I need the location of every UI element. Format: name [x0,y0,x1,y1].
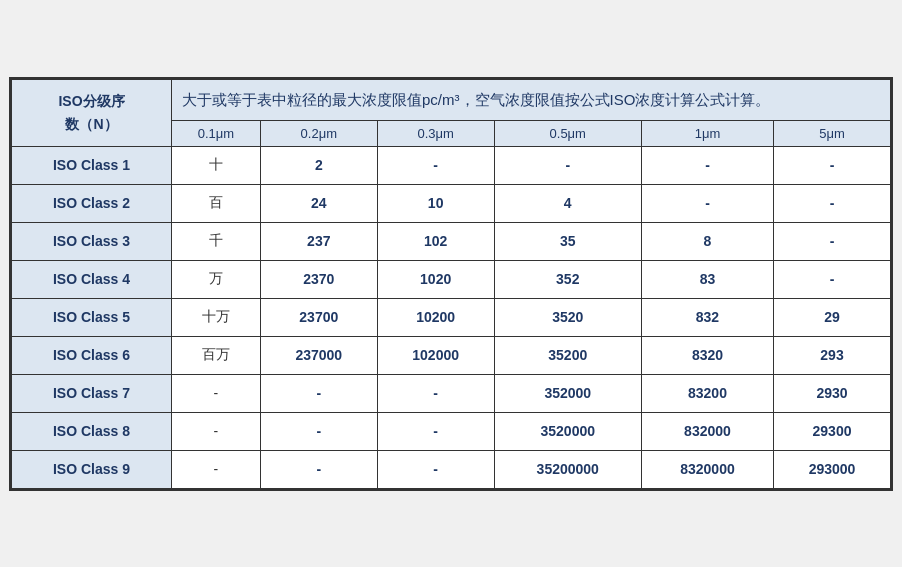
description-header: 大于或等于表中粒径的最大浓度限值pc/m³，空气浓度限值按公式ISO浓度计算公式… [172,79,891,120]
iso-class-label: ISO Class 4 [12,260,172,298]
data-cell: 1020 [377,260,494,298]
data-cell: 8 [641,222,773,260]
data-cell: 352000 [494,374,641,412]
iso-class-label: ISO Class 6 [12,336,172,374]
chinese-label: 十 [172,146,261,184]
particle-size-header: 0.3μm [377,120,494,146]
table-row: ISO Class 6百万237000102000352008320293 [12,336,891,374]
data-cell: 29300 [774,412,891,450]
iso-class-label: ISO Class 5 [12,298,172,336]
data-cell: 8320000 [641,450,773,488]
iso-class-label: ISO Class 8 [12,412,172,450]
chinese-label: 万 [172,260,261,298]
table-row: ISO Class 2百24104-- [12,184,891,222]
table-row: ISO Class 3千237102358- [12,222,891,260]
chinese-label: 千 [172,222,261,260]
data-cell: - [774,146,891,184]
data-cell: - [377,146,494,184]
data-cell: 3520 [494,298,641,336]
data-cell: 102000 [377,336,494,374]
table-container: ISO分级序 数（N） 大于或等于表中粒径的最大浓度限值pc/m³，空气浓度限值… [9,77,893,491]
particle-size-header: 0.2μm [260,120,377,146]
data-cell: - [377,374,494,412]
chinese-label: 百 [172,184,261,222]
iso-class-label: ISO Class 7 [12,374,172,412]
table-row: ISO Class 9---352000008320000293000 [12,450,891,488]
data-cell: - [774,260,891,298]
table-row: ISO Class 8---352000083200029300 [12,412,891,450]
iso-class-label: ISO Class 2 [12,184,172,222]
chinese-label: - [172,450,261,488]
data-cell: 23700 [260,298,377,336]
data-cell: - [641,146,773,184]
data-cell: 832 [641,298,773,336]
data-cell: 83 [641,260,773,298]
chinese-label: 十万 [172,298,261,336]
data-cell: 102 [377,222,494,260]
data-cell: - [260,412,377,450]
iso-class-label: ISO Class 9 [12,450,172,488]
table-row: ISO Class 7---352000832002930 [12,374,891,412]
data-cell: - [377,412,494,450]
data-cell: 35200000 [494,450,641,488]
data-cell: 35 [494,222,641,260]
data-cell: 2370 [260,260,377,298]
chinese-label: 百万 [172,336,261,374]
data-cell: - [260,450,377,488]
data-cell: 832000 [641,412,773,450]
chinese-label: - [172,374,261,412]
iso-column-header: ISO分级序 数（N） [12,79,172,146]
data-cell: - [377,450,494,488]
data-cell: - [774,222,891,260]
data-cell: 293000 [774,450,891,488]
data-cell: 4 [494,184,641,222]
particle-size-header: 0.1μm [172,120,261,146]
iso-class-label: ISO Class 1 [12,146,172,184]
table-row: ISO Class 4万2370102035283- [12,260,891,298]
data-cell: 293 [774,336,891,374]
data-cell: - [774,184,891,222]
data-cell: 237000 [260,336,377,374]
data-cell: 3520000 [494,412,641,450]
data-cell: 35200 [494,336,641,374]
table-row: ISO Class 1十2---- [12,146,891,184]
data-cell: 29 [774,298,891,336]
data-cell: 10200 [377,298,494,336]
data-cell: - [641,184,773,222]
data-cell: 10 [377,184,494,222]
data-cell: 237 [260,222,377,260]
data-cell: - [494,146,641,184]
particle-size-header: 1μm [641,120,773,146]
data-cell: - [260,374,377,412]
table-row: ISO Class 5十万2370010200352083229 [12,298,891,336]
iso-class-label: ISO Class 3 [12,222,172,260]
iso-class-table: ISO分级序 数（N） 大于或等于表中粒径的最大浓度限值pc/m³，空气浓度限值… [11,79,891,489]
data-cell: 24 [260,184,377,222]
data-cell: 2930 [774,374,891,412]
data-cell: 8320 [641,336,773,374]
data-cell: 83200 [641,374,773,412]
particle-size-header: 5μm [774,120,891,146]
data-cell: 352 [494,260,641,298]
particle-size-header: 0.5μm [494,120,641,146]
data-cell: 2 [260,146,377,184]
chinese-label: - [172,412,261,450]
